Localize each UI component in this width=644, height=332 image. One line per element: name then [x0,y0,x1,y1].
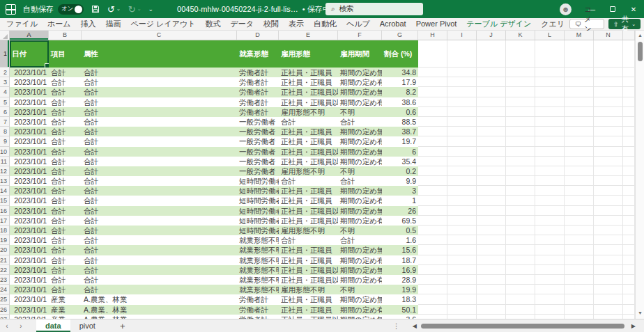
empty-cell[interactable] [565,147,594,157]
empty-cell[interactable] [594,216,623,226]
empty-cell[interactable] [535,305,565,315]
row-header-22[interactable]: 22 [0,265,9,275]
cell[interactable]: 50.1 [382,305,418,315]
empty-cell[interactable] [594,206,623,216]
empty-cell[interactable] [565,68,594,77]
empty-cell[interactable] [623,40,635,68]
empty-cell[interactable] [535,294,565,304]
empty-cell[interactable] [594,294,623,304]
cell[interactable]: 合計 [82,87,237,97]
cell[interactable]: 合計 [49,77,82,87]
empty-cell[interactable] [565,285,594,294]
cell[interactable]: 合計 [49,157,82,166]
empty-cell[interactable] [506,294,535,304]
cell[interactable]: 合計 [82,275,237,285]
row-header-20[interactable]: 20 [0,245,9,255]
cell[interactable]: 合計 [49,176,82,186]
empty-cell[interactable] [594,107,623,117]
empty-cell[interactable] [447,255,477,265]
empty-cell[interactable] [477,87,506,97]
empty-cell[interactable] [506,176,535,186]
vertical-scroll-thumb[interactable] [638,42,643,61]
cell[interactable]: 期間の定め無 [338,265,382,275]
empty-cell[interactable] [506,40,535,68]
empty-cell[interactable] [447,265,477,275]
autosave-toggle[interactable]: オン [58,4,84,15]
empty-cell[interactable] [418,127,447,136]
cell[interactable]: 38.6 [382,97,418,107]
ribbon-tab-9[interactable]: 表示 [284,18,309,30]
cell[interactable]: 合計 [49,226,82,235]
cell[interactable]: 9.9 [382,176,418,186]
empty-cell[interactable] [594,285,623,294]
row-header-10[interactable]: 10 [0,147,9,157]
ribbon-tab-8[interactable]: 校閲 [259,18,284,30]
empty-cell[interactable] [623,176,635,186]
cell[interactable]: 期間の定め有 [338,157,382,166]
empty-cell[interactable] [506,285,535,294]
cell[interactable]: 19.7 [382,136,418,146]
cell[interactable]: 2023/10/1 [10,226,49,235]
column-header-H[interactable]: H [418,31,447,40]
cell[interactable]: 期間の定め有 [338,97,382,107]
empty-cell[interactable] [535,117,565,127]
cell[interactable]: 合計 [49,136,82,146]
cell[interactable]: 6 [382,147,418,157]
empty-cell[interactable] [623,68,635,77]
cell[interactable]: 2023/10/1 [10,235,49,245]
cell[interactable]: A.農業、林業 [82,294,237,304]
cell[interactable]: 労働者計 [237,305,279,315]
cell[interactable]: 2023/10/1 [10,216,49,226]
cell[interactable]: 合計 [82,176,237,186]
cell[interactable]: 2023/10/1 [10,176,49,186]
select-all-corner[interactable] [0,31,10,40]
empty-cell[interactable] [565,245,594,255]
table-header-cell[interactable]: 就業形態 [237,40,279,68]
empty-cell[interactable] [418,275,447,285]
empty-cell[interactable] [447,275,477,285]
cell[interactable]: 16.9 [382,265,418,275]
cell[interactable]: 合計 [82,127,237,136]
column-header-B[interactable]: B [49,31,82,40]
empty-cell[interactable] [623,147,635,157]
empty-cell[interactable] [477,305,506,315]
cell[interactable]: 産業 [49,294,82,304]
empty-cell[interactable] [623,226,635,235]
empty-cell[interactable] [506,68,535,77]
cell[interactable]: 0.6 [382,107,418,117]
cell[interactable]: 正社員・正職員以外 [279,275,338,285]
empty-cell[interactable] [506,216,535,226]
empty-cell[interactable] [477,147,506,157]
empty-cell[interactable] [594,255,623,265]
cell[interactable]: 2023/10/1 [10,265,49,275]
ribbon-tab-12[interactable]: Acrobat [375,18,411,30]
cell[interactable]: 正社員・正職員 [279,305,338,315]
cell[interactable]: 2023/10/1 [10,147,49,157]
cell[interactable]: 不明 [338,107,382,117]
cell[interactable]: 2023/10/1 [10,245,49,255]
empty-cell[interactable] [565,206,594,216]
empty-cell[interactable] [477,117,506,127]
cell[interactable]: 0.2 [382,166,418,176]
empty-cell[interactable] [623,216,635,226]
empty-cell[interactable] [565,196,594,205]
empty-cell[interactable] [594,305,623,315]
cell[interactable]: 就業形態不明 [237,285,279,294]
cell[interactable]: 2023/10/1 [10,77,49,87]
cell[interactable]: 正社員・正職員 [279,196,338,205]
cell[interactable]: 正社員・正職員 [279,294,338,304]
empty-cell[interactable] [535,87,565,97]
cell[interactable]: 就業形態不明 [237,235,279,245]
ribbon-tab-14[interactable]: テーブル デザイン [461,18,536,30]
empty-cell[interactable] [477,275,506,285]
empty-cell[interactable] [565,294,594,304]
empty-cell[interactable] [477,176,506,186]
empty-cell[interactable] [506,275,535,285]
empty-cell[interactable] [535,206,565,216]
cell[interactable]: 短時間労働者 [237,216,279,226]
empty-cell[interactable] [565,107,594,117]
sheet-tab-pivot[interactable]: pivot [70,319,105,332]
empty-cell[interactable] [447,107,477,117]
cell[interactable]: 正社員・正職員以外 [279,206,338,216]
empty-cell[interactable] [623,245,635,255]
